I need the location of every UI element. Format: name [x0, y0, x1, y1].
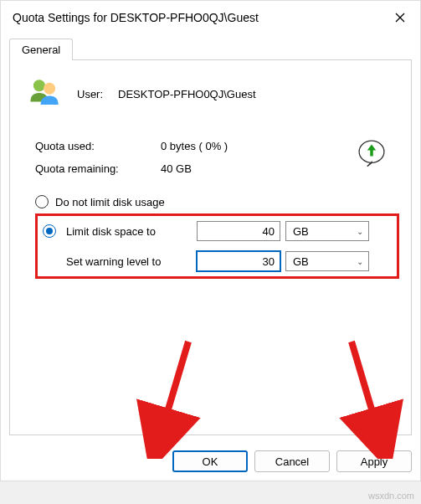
- close-button[interactable]: [390, 8, 410, 28]
- warning-unit-value: GB: [293, 255, 309, 268]
- quota-info: Quota used: 0 bytes ( 0% ) Quota remaini…: [35, 140, 399, 175]
- radio-icon: [35, 195, 49, 208]
- highlight-box: Limit disk space to GB ⌄ Set warning lev…: [35, 213, 399, 279]
- disk-limit-options: Do not limit disk usage Limit disk space…: [35, 192, 399, 279]
- warning-label: Set warning level to: [66, 255, 192, 268]
- radio-limit[interactable]: [43, 224, 56, 238]
- tab-general[interactable]: General: [9, 39, 73, 60]
- tab-strip: General: [9, 38, 412, 59]
- quota-remaining-label: Quota remaining:: [35, 162, 161, 175]
- tab-panel-general: User: DESKTOP-PFHO0QJ\Guest Quota used: …: [9, 59, 412, 435]
- dialog-window: Quota Settings for DESKTOP-PFHO0QJ\Guest…: [0, 0, 421, 481]
- radio-no-limit-label: Do not limit disk usage: [55, 196, 165, 208]
- content-area: General User: DESKTOP-PFHO0QJ\Guest: [1, 34, 420, 444]
- quota-status-icon: [354, 136, 389, 173]
- ok-button[interactable]: OK: [172, 450, 248, 472]
- limit-unit-select[interactable]: GB ⌄: [285, 221, 369, 241]
- apply-button[interactable]: Apply: [336, 450, 412, 472]
- svg-point-3: [44, 83, 55, 95]
- limit-unit-value: GB: [293, 225, 309, 238]
- radio-limit-label: Limit disk space to: [66, 225, 192, 238]
- svg-point-2: [33, 80, 45, 91]
- limit-value-input[interactable]: [197, 221, 280, 241]
- user-row: User: DESKTOP-PFHO0QJ\Guest: [27, 75, 399, 113]
- user-label: User:: [77, 88, 103, 100]
- dialog-buttons: OK Cancel Apply: [1, 444, 420, 481]
- cancel-button[interactable]: Cancel: [254, 450, 330, 472]
- window-title: Quota Settings for DESKTOP-PFHO0QJ\Guest: [13, 11, 259, 24]
- chevron-down-icon: ⌄: [357, 257, 363, 266]
- close-icon: [395, 13, 405, 23]
- watermark: wsxdn.com: [368, 491, 414, 501]
- quota-used-label: Quota used:: [35, 140, 161, 152]
- warning-value-input[interactable]: [197, 251, 280, 271]
- radio-no-limit[interactable]: Do not limit disk usage: [35, 192, 399, 212]
- warning-unit-select[interactable]: GB ⌄: [285, 251, 369, 271]
- users-icon: [27, 75, 62, 113]
- titlebar: Quota Settings for DESKTOP-PFHO0QJ\Guest: [1, 1, 420, 34]
- user-value: DESKTOP-PFHO0QJ\Guest: [118, 88, 255, 100]
- chevron-down-icon: ⌄: [357, 227, 363, 236]
